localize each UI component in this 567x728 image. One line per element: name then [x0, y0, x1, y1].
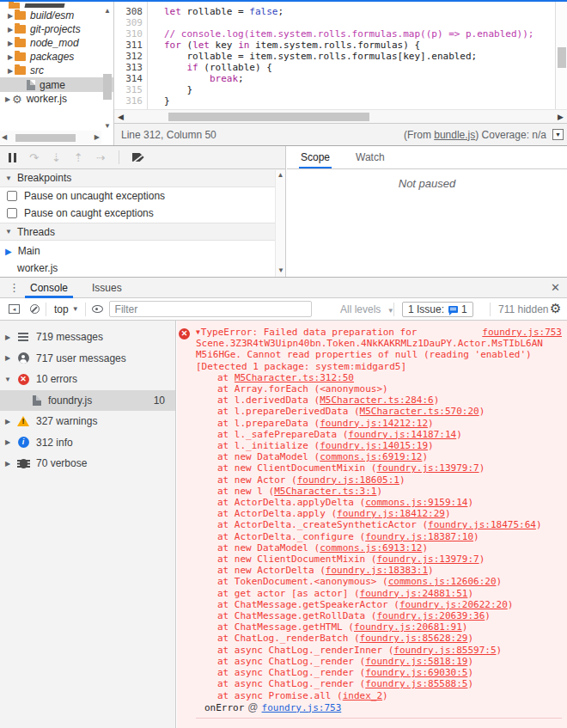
step-over-icon[interactable]: ↷: [29, 152, 39, 163]
line-number[interactable]: 309: [114, 17, 147, 28]
sidebar-item-327-warnings[interactable]: ▶327 warnings: [0, 411, 175, 432]
context-selector[interactable]: top: [54, 303, 69, 315]
frame-source-link[interactable]: foundry.js:24881:51: [360, 588, 468, 599]
frame-source-link[interactable]: M5Character.ts:312:50: [235, 372, 354, 383]
scroll-up-icon[interactable]: ▲: [276, 170, 285, 180]
editor-hscrollbar[interactable]: ◀ ▶: [114, 109, 567, 123]
tree-item-src[interactable]: ▶src: [0, 64, 113, 77]
pause-icon[interactable]: [9, 153, 16, 162]
frame-source-link[interactable]: foundry.js:20639:36: [376, 610, 485, 621]
log-levels-dropdown[interactable]: All levels ▼: [340, 303, 394, 315]
live-expression-icon[interactable]: [92, 305, 103, 313]
frame-source-link[interactable]: foundry.js:85628:29: [360, 633, 468, 644]
frame-source-link[interactable]: foundry.js:20622:20: [399, 599, 508, 610]
line-number[interactable]: 312: [114, 51, 147, 62]
tree-item-game[interactable]: game: [0, 77, 113, 92]
frame-source-link[interactable]: commons.js:9159:14: [365, 497, 467, 508]
line-number[interactable]: 314: [114, 73, 147, 84]
frame-source-link[interactable]: foundry.js:18387:10: [365, 531, 473, 542]
frame-source-link[interactable]: foundry.js:14187:14: [348, 429, 456, 440]
tab-scope[interactable]: Scope: [299, 151, 332, 168]
close-icon[interactable]: ✕: [551, 281, 560, 294]
code-lines[interactable]: let rollable = false;// console.log(item…: [149, 2, 555, 109]
frame-source-link[interactable]: foundry.js:18475:64: [428, 519, 536, 530]
nav-vscrollbar[interactable]: ▲ ▼: [102, 7, 113, 132]
scroll-thumb[interactable]: [558, 47, 566, 68]
frame-source-link[interactable]: commons.js:12606:20: [388, 576, 497, 587]
scroll-down-icon[interactable]: ▼: [276, 266, 286, 275]
threads-section-header[interactable]: ▼ Threads: [0, 223, 285, 241]
line-number[interactable]: 311: [114, 40, 147, 51]
tree-item-packages[interactable]: ▶packages: [0, 50, 113, 64]
line-number[interactable]: 313: [114, 62, 147, 73]
deactivate-breakpoints-icon[interactable]: [132, 153, 144, 162]
pause-caught-checkbox[interactable]: [7, 208, 17, 218]
frame-source-link[interactable]: foundry.js:13979:7: [376, 462, 479, 474]
frame-source-link[interactable]: foundry.js:18605:1: [297, 474, 399, 486]
code-line[interactable]: if (rollable) {: [164, 62, 555, 73]
sidebar-item-719-messages[interactable]: ▶719 messages: [0, 327, 175, 348]
tree-item-git-projects[interactable]: ▶git-projects: [0, 22, 113, 36]
sidebar-item-717-user-messages[interactable]: ▶717 user messages: [0, 348, 175, 370]
code-line[interactable]: let rollable = false;: [164, 6, 555, 17]
tree-item-node-mod[interactable]: ▶node_mod: [0, 36, 113, 50]
bundle-link[interactable]: bundle.js: [434, 129, 475, 141]
frame-source-link[interactable]: foundry.js:69030:5: [365, 667, 467, 678]
tree-item-build-esm[interactable]: ▶build/esm: [0, 9, 113, 22]
tab-issues[interactable]: Issues: [92, 278, 122, 298]
frame-source-link[interactable]: foundry.js:85597:5: [393, 645, 496, 656]
scroll-down-icon[interactable]: ▼: [102, 122, 113, 132]
code-line[interactable]: for (let key in item.system.rolls.formul…: [164, 40, 555, 51]
pause-uncaught-row[interactable]: Pause on uncaught exceptions: [0, 187, 285, 205]
frame-source-link[interactable]: index_2: [343, 690, 382, 701]
code-line[interactable]: [164, 17, 555, 28]
frame-source-link[interactable]: foundry.js:14015:19: [320, 440, 428, 451]
line-number[interactable]: 308: [114, 6, 147, 17]
show-sidebar-icon[interactable]: ◂: [9, 304, 20, 314]
code-line[interactable]: break;: [164, 73, 555, 84]
scroll-left-icon[interactable]: ◀: [2, 133, 7, 142]
frame-source-link[interactable]: foundry.js:18383:1: [326, 565, 428, 576]
step-icon[interactable]: ⇢: [96, 152, 106, 163]
frame-source-link[interactable]: commons.js:6919:12: [320, 451, 422, 462]
frame-source-link[interactable]: foundry.js:18412:29: [337, 508, 445, 519]
frame-source-link[interactable]: foundry.js:85588:5: [365, 678, 467, 689]
scroll-right-icon[interactable]: ▶: [558, 111, 564, 123]
clear-console-icon[interactable]: [30, 304, 40, 314]
step-into-icon[interactable]: ⇣: [52, 152, 61, 163]
error-source-link[interactable]: foundry.js:753: [482, 327, 562, 338]
code-line[interactable]: // console.log(item.system.rolls.formula…: [164, 28, 555, 40]
scroll-right-icon[interactable]: ▶: [94, 133, 100, 142]
editor-vscrollbar[interactable]: [555, 2, 567, 109]
nav-hscrollbar[interactable]: ◀ ▶: [0, 131, 101, 144]
frame-source-link[interactable]: foundry.js:14212:12: [320, 418, 428, 429]
code-line[interactable]: }: [164, 84, 555, 95]
line-number[interactable]: 316: [114, 95, 147, 107]
handler-source-link[interactable]: foundry.js:753: [262, 702, 342, 713]
sidebar-item-foundry-js[interactable]: foundry.js10: [0, 390, 175, 412]
tab-console[interactable]: Console: [30, 278, 68, 298]
scroll-thumb[interactable]: [15, 134, 76, 142]
step-out-icon[interactable]: ⇡: [74, 152, 83, 163]
thread-worker[interactable]: worker.js: [0, 260, 285, 276]
breakpoints-section-header[interactable]: ▼ Breakpoints: [0, 169, 285, 187]
sidebar-item-10-errors[interactable]: ▼✕10 errors: [0, 369, 175, 390]
expand-triangle-icon[interactable]: ▼: [196, 327, 200, 338]
code-line[interactable]: rollable = item.system.rolls.formulas[ke…: [164, 51, 555, 62]
status-dropdown-icon[interactable]: ▼: [552, 129, 564, 140]
sidebar-item-312-info[interactable]: ▶i312 info: [0, 432, 175, 454]
tree-item-worker-js[interactable]: ▶⚙worker.js: [0, 92, 113, 106]
code-line[interactable]: }: [164, 95, 555, 107]
frame-source-link[interactable]: foundry.js:20681:91: [354, 621, 462, 633]
frame-source-link[interactable]: M5Character.ts:284:6: [320, 395, 433, 406]
kebab-menu-icon[interactable]: ⋮: [9, 281, 20, 294]
filter-input[interactable]: [109, 301, 312, 317]
frame-source-link[interactable]: foundry.js:5818:19: [365, 656, 467, 667]
frame-source-link[interactable]: M5Character.ts:570:20: [360, 406, 479, 417]
pause-caught-row[interactable]: Pause on caught exceptions: [0, 205, 285, 222]
pause-uncaught-checkbox[interactable]: [7, 191, 17, 201]
clipped-tree-row[interactable]: [0, 2, 113, 9]
thread-main[interactable]: ▶ Main: [0, 243, 285, 259]
debugger-scrollbar[interactable]: ▲ ▼: [275, 170, 285, 277]
scroll-thumb[interactable]: [168, 113, 369, 121]
